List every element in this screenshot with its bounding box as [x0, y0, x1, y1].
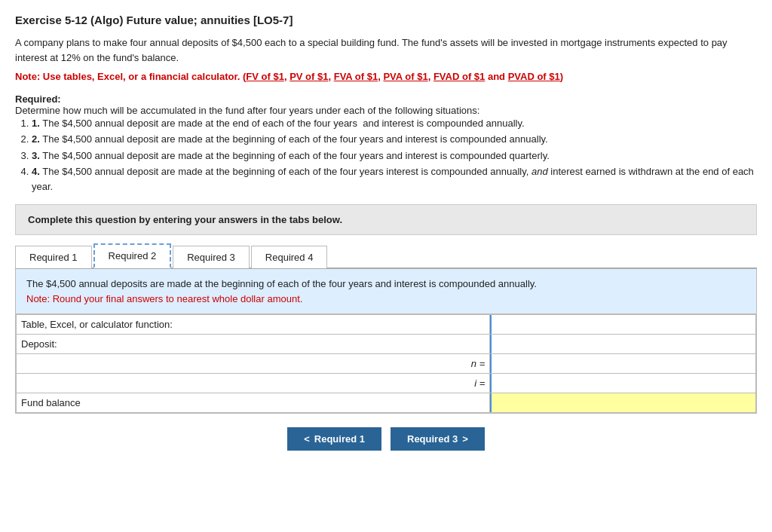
deposit-label: Deposit: [17, 335, 490, 354]
required-section: Required: Determine how much will be acc… [15, 93, 757, 194]
tab-required-1[interactable]: Required 1 [15, 246, 92, 268]
required-label: Required: [15, 93, 61, 105]
pva-link[interactable]: PVA of $1 [383, 71, 427, 82]
tab-content: The $4,500 annual deposits are made at t… [15, 269, 757, 414]
deposit-input-cell [490, 335, 756, 354]
table-row-fund-balance: Fund balance [17, 393, 756, 413]
next-button-label: Required 3 [407, 433, 458, 445]
exercise-title: Exercise 5-12 (Algo) Future value; annui… [15, 14, 757, 26]
n-label: n = [17, 354, 490, 374]
fva-link[interactable]: FVA of $1 [334, 71, 378, 82]
i-input-cell [490, 374, 756, 393]
pvad-link[interactable]: PVAD of $1 [508, 71, 560, 82]
pv-link[interactable]: PV of $1 [290, 71, 328, 82]
tab-required-3[interactable]: Required 3 [173, 246, 250, 268]
input-table: Table, Excel, or calculator function: De… [16, 314, 756, 413]
fund-balance-label: Fund balance [17, 393, 490, 413]
table-row-n: n = [17, 354, 756, 374]
tab-required-2[interactable]: Required 2 [93, 243, 172, 268]
tabs-container: Required 1 Required 2 Required 3 Require… [15, 243, 757, 269]
complete-box: Complete this question by entering your … [15, 204, 757, 235]
table-row-deposit: Deposit: [17, 335, 756, 354]
intro-paragraph: A company plans to make four annual depo… [15, 35, 757, 65]
nav-buttons: Required 1 Required 3 [15, 427, 757, 451]
tab-desc-text: The $4,500 annual deposits are made at t… [26, 278, 537, 289]
fv-link[interactable]: FV of $1 [246, 71, 284, 82]
n-input[interactable] [490, 354, 755, 373]
table-row-i: i = [17, 374, 756, 393]
tabs-row: Required 1 Required 2 Required 3 Require… [15, 243, 757, 268]
n-input-cell [490, 354, 756, 374]
function-input-cell [490, 315, 756, 335]
i-input[interactable] [490, 374, 755, 393]
tab-note: Note: Round your final answers to neares… [26, 293, 302, 304]
required-list: 1. The $4,500 annual deposit are made at… [32, 116, 757, 194]
fund-balance-input-cell [490, 393, 756, 413]
prev-button[interactable]: Required 1 [287, 427, 381, 451]
required-description: Determine how much will be accumulated i… [15, 105, 757, 116]
fund-balance-input[interactable] [490, 393, 755, 412]
prev-arrow [304, 433, 310, 445]
tab-description: The $4,500 annual deposits are made at t… [16, 269, 756, 314]
tab-required-4[interactable]: Required 4 [251, 246, 328, 268]
prev-button-label: Required 1 [314, 433, 365, 445]
list-item-3: 3. The $4,500 annual deposit are made at… [32, 148, 757, 164]
deposit-input[interactable] [490, 335, 755, 353]
function-input[interactable] [490, 315, 755, 334]
i-label: i = [17, 374, 490, 393]
next-button[interactable]: Required 3 [391, 427, 485, 451]
note-line: Note: Use tables, Excel, or a financial … [15, 69, 757, 84]
list-item-4: 4. The $4,500 annual deposit are made at… [32, 164, 757, 194]
function-label: Table, Excel, or calculator function: [17, 315, 490, 335]
next-arrow [462, 433, 468, 445]
fvad-link[interactable]: FVAD of $1 [433, 71, 485, 82]
table-row-function: Table, Excel, or calculator function: [17, 315, 756, 335]
note-label: Note: Use tables, Excel, or a financial … [15, 71, 240, 82]
list-item-1: 1. The $4,500 annual deposit are made at… [32, 116, 757, 131]
list-item-2: 2. The $4,500 annual deposit are made at… [32, 132, 757, 147]
